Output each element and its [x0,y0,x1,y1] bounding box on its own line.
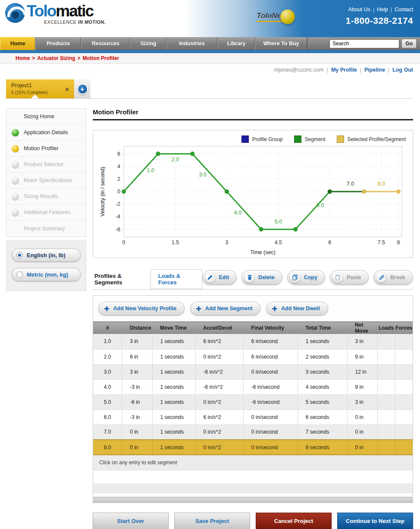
table-row[interactable]: 4.0-3 in1 seconds-6 in/s^2-6 in/second4 … [93,379,413,394]
svg-text:3.0: 3.0 [199,172,206,178]
nav-item-products[interactable]: Products [35,37,81,50]
breadcrumb-separator: > [32,55,35,61]
svg-text:0: 0 [122,239,125,246]
nav-item-industries[interactable]: Industries [166,37,217,50]
tolomatic-logo[interactable]: Tolomatic EXCELLENCE IN MOTION. [5,3,106,25]
table-header-row: #DistanceMove TimeAccel/DecelFinal Veloc… [93,322,413,334]
cell-net-move: 0 in [347,409,377,425]
sidebar-item-motion-profiler[interactable]: Motion Profiler [6,141,86,157]
cell-distance: 6 in [122,349,152,364]
status-gray-icon [12,161,19,168]
table-row-selected[interactable]: 8.00 in1 seconds0 in/s^20 in/second8 sec… [93,440,413,455]
cell-forces [395,409,413,425]
start-over-button[interactable]: Start Over [93,513,169,529]
cell-total-time: 2 seconds [298,349,347,364]
sidebar-item-motor-specifications[interactable]: Motor Specifications [6,173,86,189]
header-link-help[interactable]: Help [377,6,388,13]
add-button-add-new-velocity-profile[interactable]: ✚Add New Velocity Profile [98,302,185,315]
segment-action-buttons: EditDeleteCopyPasteBreak [202,269,414,289]
tolonet-orb-icon [280,9,295,24]
header-link-about-us[interactable]: About Us [348,6,370,13]
sidebar-item-sizing-results[interactable]: Sizing Results [6,189,86,205]
legend-label: Segment [305,136,326,142]
project-tab[interactable]: Project1 0 (15% Complete) ✕ [6,79,74,98]
cell-loads [377,394,395,409]
cell-num: 8.0 [93,440,122,455]
cancel-project-button[interactable]: Cancel Project [256,513,332,529]
column-header-net-move: Net Move [347,322,377,334]
breadcrumb-home[interactable]: Home [16,55,30,61]
cell-move-time: 1 seconds [152,409,195,425]
svg-text:0: 0 [117,189,120,195]
units-metric-option[interactable]: Metric (mm, kg) [12,268,81,281]
breadcrumb-actuator-sizing[interactable]: Actuator Sizing [37,55,75,61]
column-header-final-velocity: Final Velocity [243,322,298,334]
table-row[interactable]: 2.06 in1 seconds0 in/s^26 in/second2 sec… [93,349,413,364]
user-link-my-profile[interactable]: My Profile [331,67,357,73]
breadcrumb: Home>Actuator Sizing>Motion Profiler [0,53,420,64]
chart-legend: Profile GroupSegmentSelected Profile/Seg… [97,135,406,143]
tab-profiles-segments[interactable]: Profiles & Segments [93,269,150,289]
sidebar-item-label: Additional Features [24,209,70,215]
sidebar-item-sizing-home[interactable]: Sizing Home [6,109,86,125]
add-project-button[interactable]: + [77,84,88,94]
project-tab-row: Project1 0 (15% Complete) ✕ + [6,78,413,99]
paste-icon [332,272,343,283]
action-button-delete[interactable]: Delete [241,270,282,285]
velocity-profile-chart[interactable]: 01.534.567.586420-2-4-61.02.03.04.05.06.… [99,144,407,257]
tab-loads-forces[interactable]: Loads & Forces [150,269,202,289]
table-row[interactable]: 6.0-3 in1 seconds6 in/s^20 in/second6 se… [93,409,413,425]
action-button-break[interactable]: Break [373,270,413,285]
tolonet-badge[interactable]: ToloNet [257,9,295,24]
nav-item-home[interactable]: Home [0,37,35,50]
cell-move-time: 1 seconds [152,394,195,409]
units-english-option[interactable]: English (in, lb) [12,249,81,262]
svg-text:2: 2 [117,176,120,182]
cell-move-time: 1 seconds [152,334,195,349]
cell-loads [377,349,395,364]
table-row[interactable]: 5.0-6 in1 seconds0 in/s^2-6 in/second5 s… [93,394,413,409]
empty-cell [93,493,413,497]
add-button-add-new-segment[interactable]: ✚Add New Segment [190,302,260,315]
nav-item-library[interactable]: Library [217,37,255,50]
cell-num: 2.0 [93,349,122,364]
sidebar-item-product-selector[interactable]: Product Selector [6,157,86,173]
nav-item-sizing[interactable]: Sizing [130,37,166,50]
action-button-copy[interactable]: Copy [287,270,325,285]
legend-swatch-icon [241,135,249,143]
action-button-label: Delete [258,274,275,280]
search-go-button[interactable]: Go [401,39,417,48]
svg-text:6.0: 6.0 [317,202,324,208]
continue-to-next-step-button[interactable]: Continue to Next Step [337,513,413,529]
save-project-button[interactable]: Save Project [174,513,250,529]
close-icon[interactable]: ✕ [65,86,69,93]
status-green-icon [12,129,19,136]
cell-final-velocity: 0 in/second [243,440,298,455]
sidebar-item-additional-features[interactable]: Additional Features [6,205,86,220]
action-button-edit[interactable]: Edit [202,270,237,285]
page-title: Motion Profiler [93,108,413,116]
nav-item-resources[interactable]: Resources [81,37,130,50]
cell-move-time: 1 seconds [152,425,195,440]
nav-item-where-to-buy[interactable]: Where To Buy [255,37,307,50]
cell-accel-decel: 0 in/s^2 [195,394,243,409]
sidebar-item-application-details[interactable]: Application Details [6,125,86,141]
user-link-log-out[interactable]: Log Out [392,67,413,73]
user-link-pipeline[interactable]: Pipeline [364,67,385,73]
action-button-paste[interactable]: Paste [330,270,369,285]
segments-panel: ✚Add New Velocity Profile✚Add New Segmen… [93,295,413,503]
svg-text:8: 8 [397,239,400,246]
svg-text:7.0: 7.0 [347,181,354,187]
table-row[interactable]: 1.03 in1 seconds6 in/s^26 in/second1 sec… [93,334,413,349]
add-button-add-new-dwell[interactable]: ✚Add New Dwell [266,302,328,315]
cell-distance: -3 in [122,379,152,394]
table-row[interactable]: 3.03 in1 seconds-6 in/s^20 in/second3 se… [93,364,413,379]
tolomatic-swoosh-icon [5,3,25,23]
empty-row [93,493,413,497]
sidebar-item-project-summary[interactable]: Project Summary [6,220,86,236]
legend-label: Selected Profile/Segment [348,136,406,142]
header-link-contact[interactable]: Contact [395,6,413,13]
breadcrumb-motion-profiler[interactable]: Motion Profiler [82,55,119,61]
search-input[interactable] [329,39,399,48]
table-row[interactable]: 7.00 in1 seconds0 in/s^20 in/second7 sec… [93,425,413,440]
